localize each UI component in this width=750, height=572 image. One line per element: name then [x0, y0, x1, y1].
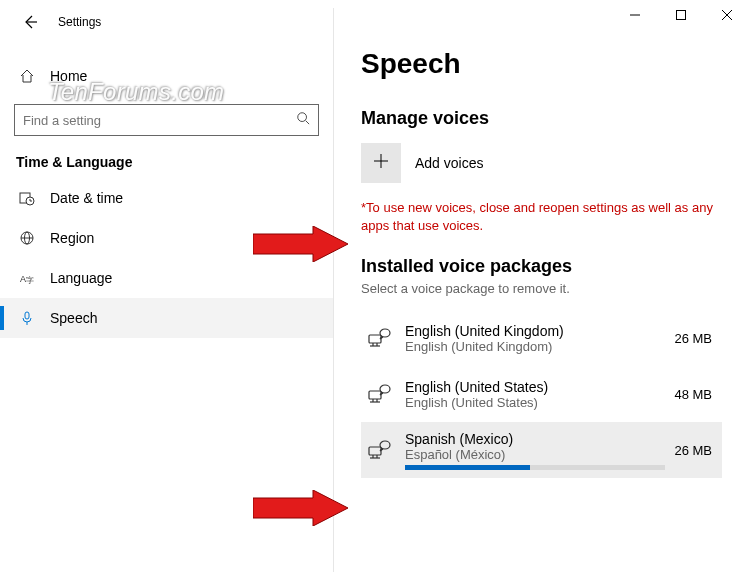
voice-package-icon — [365, 439, 393, 461]
voice-package-item-selected[interactable]: Spanish (Mexico) Español (México) 26 MB — [361, 422, 722, 478]
page-title: Speech — [361, 48, 722, 80]
add-voices-button[interactable]: Add voices — [361, 143, 722, 183]
search-icon — [296, 111, 310, 129]
svg-rect-25 — [369, 391, 381, 399]
plus-tile — [361, 143, 401, 183]
voice-package-subtitle: Español (México) — [405, 447, 674, 462]
svg-rect-16 — [25, 312, 29, 319]
divider — [333, 8, 334, 572]
nav-item-speech[interactable]: Speech — [0, 298, 333, 338]
voice-package-size: 26 MB — [674, 443, 712, 458]
manage-voices-header: Manage voices — [361, 108, 722, 129]
nav-item-date-time[interactable]: Date & time — [0, 178, 333, 218]
nav-item-label: Language — [50, 270, 112, 286]
voice-package-title: English (United States) — [405, 379, 674, 395]
installed-packages-hint: Select a voice package to remove it. — [361, 281, 722, 296]
language-icon: A字 — [18, 270, 36, 286]
nav-item-label: Region — [50, 230, 94, 246]
svg-rect-20 — [369, 335, 381, 343]
voice-package-title: English (United Kingdom) — [405, 323, 674, 339]
warning-text: *To use new voices, close and reopen set… — [361, 199, 722, 234]
nav-home[interactable]: Home — [0, 56, 333, 96]
voice-package-icon — [365, 383, 393, 405]
svg-rect-1 — [677, 11, 686, 20]
svg-point-5 — [298, 113, 307, 122]
plus-icon — [373, 153, 389, 173]
installed-packages-header: Installed voice packages — [361, 256, 722, 277]
svg-rect-30 — [369, 447, 381, 455]
voice-package-subtitle: English (United Kingdom) — [405, 339, 674, 354]
voice-package-subtitle: English (United States) — [405, 395, 674, 410]
nav-item-region[interactable]: Region — [0, 218, 333, 258]
nav-category: Time & Language — [0, 136, 333, 178]
download-progress — [405, 465, 665, 470]
calendar-clock-icon — [18, 190, 36, 206]
voice-package-item[interactable]: English (United Kingdom) English (United… — [361, 310, 722, 366]
nav-home-label: Home — [50, 68, 87, 84]
globe-icon — [18, 230, 36, 246]
microphone-icon — [18, 310, 36, 326]
voice-package-size: 26 MB — [674, 331, 712, 346]
minimize-button[interactable] — [612, 0, 658, 30]
add-voices-label: Add voices — [415, 155, 483, 171]
svg-line-6 — [306, 121, 310, 125]
search-field[interactable] — [23, 113, 296, 128]
download-progress-bar — [405, 465, 530, 470]
nav-item-label: Date & time — [50, 190, 123, 206]
voice-package-item[interactable]: English (United States) English (United … — [361, 366, 722, 422]
nav-item-language[interactable]: A字 Language — [0, 258, 333, 298]
svg-text:字: 字 — [26, 276, 34, 285]
maximize-button[interactable] — [658, 0, 704, 30]
voice-package-size: 48 MB — [674, 387, 712, 402]
voice-package-icon — [365, 327, 393, 349]
home-icon — [18, 68, 36, 84]
voice-package-title: Spanish (Mexico) — [405, 431, 674, 447]
nav-item-label: Speech — [50, 310, 97, 326]
back-button[interactable] — [20, 12, 40, 32]
window-title: Settings — [58, 15, 101, 29]
close-button[interactable] — [704, 0, 750, 30]
search-input[interactable] — [14, 104, 319, 136]
